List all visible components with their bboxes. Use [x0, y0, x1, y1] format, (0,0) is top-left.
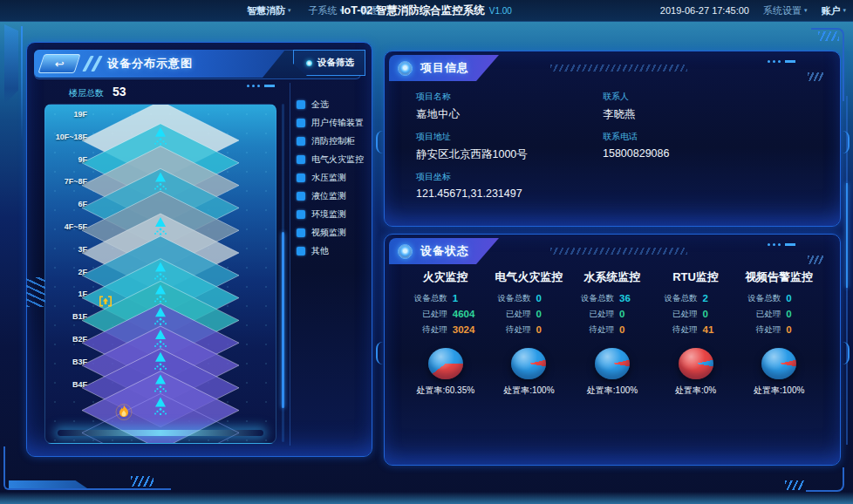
checkbox[interactable] [297, 100, 305, 109]
filter-checkbox-item[interactable]: 消防控制柜 [297, 132, 370, 150]
account-menu[interactable]: 账户 ▾ [821, 4, 846, 17]
floor-label: 9F [51, 155, 87, 164]
floor-label: 6F [51, 200, 87, 208]
dots-decoration [247, 85, 275, 87]
corner-decoration [131, 476, 154, 487]
floor-total-label: 楼层总数 [69, 87, 104, 99]
filter-checkbox-item[interactable]: 用户传输装置 [297, 113, 370, 132]
filter-checkbox-item[interactable]: 其他 [297, 242, 370, 260]
floor-label: B1F [51, 312, 87, 321]
field-value: 嘉地中心 [416, 107, 460, 122]
checkbox[interactable] [297, 119, 305, 127]
filter-item-label: 水压监测 [311, 172, 346, 184]
field-value: 李晓燕 [603, 107, 636, 122]
filter-item-label: 视频监测 [311, 227, 346, 239]
bracket-decoration [841, 131, 850, 153]
stat-label: 待处理 [407, 324, 447, 336]
edge-decoration [846, 183, 848, 288]
dots-decoration [768, 243, 795, 246]
checkbox[interactable] [297, 137, 305, 146]
checkbox[interactable] [297, 210, 305, 219]
status-column-title: 水系统监控 [570, 269, 654, 289]
field-contact-person: 联系人 李晓燕 [603, 91, 636, 122]
processed-value: 4604 [453, 309, 484, 319]
checkbox[interactable] [297, 155, 305, 164]
filter-item-label: 消防控制柜 [311, 135, 355, 147]
device-filter-header[interactable]: 设备筛选 [293, 50, 365, 76]
pending-value: 3024 [453, 324, 484, 335]
checkbox[interactable] [297, 228, 305, 237]
status-column-title: RTU监控 [654, 269, 738, 289]
device-status-column: 火灾监控 设备总数1 已处理4604 待处理3024 处置率:60.35% [404, 269, 488, 397]
corner-decoration [9, 480, 87, 488]
panel-title: 项目信息 [420, 60, 469, 76]
corner-decoration [4, 24, 18, 105]
menu-smart-fire[interactable]: 智慧消防 ▾ [247, 4, 291, 17]
filter-checkbox-item[interactable]: 全选 [297, 95, 370, 113]
stat-label: 已处理 [740, 309, 781, 320]
device-status-column: 电气火灾监控 设备总数0 已处理0 待处理0 处置率:100% [488, 269, 571, 397]
panel-header: 项目信息 [389, 55, 836, 81]
checkbox[interactable] [297, 174, 305, 182]
status-column-title: 火灾监控 [404, 269, 488, 289]
filter-checkbox-item[interactable]: 电气火灾监控 [297, 150, 370, 168]
stat-label: 待处理 [574, 324, 614, 336]
floor-label: 4F~5F [51, 222, 87, 231]
app-version: V1.00 [489, 6, 512, 16]
device-distribution-panel: ↩ 设备分布示意图 楼层总数 53 [26, 42, 372, 457]
corner-decoration [21, 26, 23, 140]
disposal-pie-chart [761, 348, 796, 379]
disposal-rate-label: 处置率:100% [570, 385, 654, 397]
glow-dot-icon [398, 244, 413, 259]
corner-decoration [806, 467, 844, 492]
field-contact-phone: 联系电话 15800829086 [603, 131, 669, 160]
chevron-down-icon: ▾ [804, 7, 808, 14]
floor-total-value: 53 [113, 85, 126, 99]
app-title-text: IoT-02 智慧消防综合监控系统 [341, 3, 485, 18]
checkbox[interactable] [297, 247, 305, 255]
scrollbar-thumb[interactable] [282, 232, 284, 408]
disposal-rate-label: 处置率:60.35% [404, 385, 488, 397]
filter-checkbox-item[interactable]: 水压监测 [297, 168, 370, 187]
system-settings-menu[interactable]: 系统设置 ▾ [763, 4, 808, 17]
stat-label: 设备总数 [740, 293, 781, 304]
filter-title: 设备筛选 [317, 57, 354, 69]
floor-label: 10F~18F [51, 133, 87, 141]
floor-label: 3F [51, 245, 87, 254]
floor-label: 1F [51, 289, 87, 298]
filter-checkbox-item[interactable]: 液位监测 [297, 187, 370, 205]
disposal-pie-chart [511, 348, 546, 379]
field-value: 15800829086 [603, 147, 669, 160]
device-status-column: 水系统监控 设备总数36 已处理0 待处理0 处置率:100% [570, 269, 654, 397]
disposal-rate-label: 处置率:0% [654, 385, 738, 397]
menu-subsystem[interactable]: 子系统 ▾ [309, 4, 344, 17]
processed-value: 0 [536, 309, 567, 319]
device-total-value: 36 [619, 293, 651, 303]
glow-dot-icon [398, 61, 413, 76]
filter-checkbox-item[interactable]: 环境监测 [297, 205, 370, 223]
pending-value: 0 [536, 324, 567, 335]
floor-total: 楼层总数 53 [69, 85, 126, 99]
field-label: 项目名称 [416, 91, 460, 103]
stat-label: 设备总数 [574, 293, 614, 304]
hatch-decoration [550, 65, 687, 72]
device-total-value: 0 [786, 293, 817, 303]
checkbox[interactable] [297, 192, 305, 201]
disposal-rate-label: 处置率:100% [737, 385, 821, 397]
chevron-down-icon: ▾ [288, 7, 291, 14]
device-status-column: 视频告警监控 设备总数0 已处理0 待处理0 处置率:100% [737, 269, 821, 397]
disposal-pie-chart [595, 348, 630, 379]
stat-label: 已处理 [407, 309, 447, 320]
stat-label: 已处理 [490, 309, 530, 320]
filter-checkbox-item[interactable]: 视频监测 [297, 223, 370, 242]
pending-value: 0 [786, 324, 817, 335]
chevron-down-icon: ▾ [843, 7, 846, 14]
menu-label: 子系统 [309, 4, 338, 17]
field-label: 项目坐标 [416, 171, 522, 183]
dots-decoration [768, 60, 795, 63]
panel-title: 设备状态 [420, 243, 469, 259]
field-project-name: 项目名称 嘉地中心 [416, 91, 460, 122]
back-button[interactable]: ↩ [38, 54, 80, 73]
device-status-column: RTU监控 设备总数2 已处理0 待处理41 处置率:0% [654, 269, 738, 397]
disposal-pie-chart [428, 348, 463, 379]
